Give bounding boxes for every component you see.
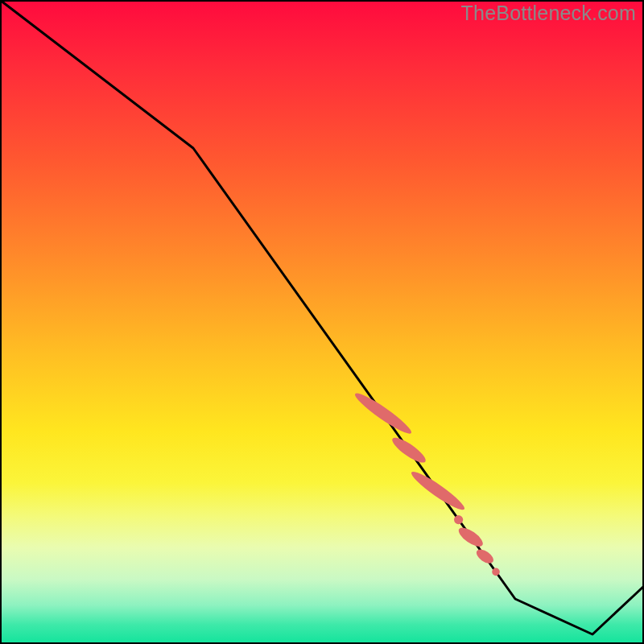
marker-blob: [454, 515, 463, 524]
marker-blob: [352, 389, 415, 437]
data-line: [0, 0, 644, 634]
marker-blob: [390, 434, 429, 466]
marker-blob: [474, 547, 496, 566]
data-line-group: [0, 0, 644, 634]
bottleneck-chart: TheBottleneck.com: [0, 0, 644, 644]
plot-area: [0, 0, 644, 644]
marker-blob: [492, 568, 500, 576]
watermark-text: TheBottleneck.com: [461, 2, 636, 25]
marker-blob: [408, 468, 468, 514]
marker-blob: [456, 524, 485, 550]
